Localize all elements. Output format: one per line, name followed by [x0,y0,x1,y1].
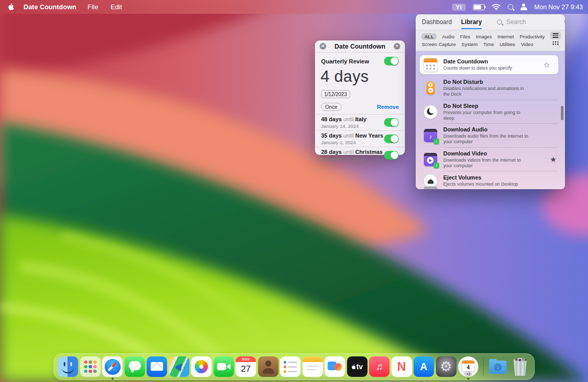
menu-bar: Date Countdown File Edit YI Mon Nov 27 9… [0,0,588,14]
add-countdown-icon[interactable]: + [394,43,400,50]
tool-item-do-not-sleep[interactable]: Do Not Sleep Prevents your computer from… [416,100,565,124]
dock-item-launchpad[interactable] [80,356,100,377]
countdown-badge: +3 [465,372,472,376]
dock-item-date-countdown[interactable]: 4 +3 [458,356,479,377]
dock: NOV 27 tv ♫ N A ⚙ 4 +3 ↓ [54,353,535,380]
moon-icon [424,105,437,119]
dock-item-reminders[interactable] [280,356,301,377]
dock-item-freeform[interactable] [325,356,345,377]
dock-item-apple-tv[interactable]: tv [347,356,367,377]
calendar-month-label: NOV [236,356,256,362]
tool-item-date-countdown[interactable]: Date Countdown Counts down to dates you … [420,55,558,74]
dock-item-maps[interactable] [169,356,189,377]
grid-view-button[interactable] [552,41,559,45]
news-logo-icon: N [397,359,406,373]
star-filled-icon[interactable]: ★ [549,155,558,164]
user-switching-icon[interactable] [521,4,527,10]
filter-all[interactable]: ALL [422,34,436,39]
tool-desc: Prevents your computer from going to sle… [443,110,530,122]
row-name: Christmas [355,149,383,155]
remove-link[interactable]: Remove [377,104,399,110]
countdown-toggle[interactable] [384,57,399,65]
tool-desc: Downloads videos from the Internet to yo… [443,158,530,169]
play-icon: ▶ [427,157,434,164]
dock-item-app-store[interactable]: A [414,356,434,377]
tool-item-download-audio[interactable]: ♪ ↓ Download Audio Downloads audio files… [416,124,565,148]
tab-dashboard[interactable]: Dashboard [422,15,452,29]
app-store-logo-icon: A [420,361,427,372]
tool-title: Eject Volumes [443,174,558,181]
apple-logo-icon [351,364,356,370]
dock-item-calendar[interactable]: NOV 27 [236,356,256,377]
dock-item-system-settings[interactable]: ⚙ [436,356,456,377]
filter-system[interactable]: System [462,41,478,47]
gear-icon[interactable]: ⚙ [563,18,565,26]
menubar-clock[interactable]: Mon Nov 27 9:43 [534,4,583,11]
parallels-toolbox-menubar-icon[interactable]: YI [452,4,465,11]
active-app-name[interactable]: Date Countdown [24,3,76,11]
row-until: until [343,132,353,139]
download-video-icon: ▶ ↓ [424,153,437,166]
menu-edit[interactable]: Edit [110,3,122,11]
filter-files[interactable]: Files [460,34,470,39]
countdown-row[interactable]: 28 days until Christmas December 25, 202… [315,147,405,163]
dock-item-messages[interactable] [124,356,145,377]
tool-item-download-video[interactable]: ▶ ↓ Download Video Downloads videos from… [416,148,565,172]
date-countdown-icon [424,58,437,72]
dock-item-downloads[interactable]: ↓ [488,356,508,377]
tab-library[interactable]: Library [461,15,482,29]
row-date: January 14, 2024 [321,123,367,129]
row-days: 48 days [321,116,342,122]
search-field[interactable] [497,18,563,26]
filter-internet[interactable]: Internet [497,34,514,39]
tool-title: Date Countdown [443,58,542,64]
dock-item-facetime[interactable] [213,356,234,377]
star-outline-icon[interactable]: ☆ [542,60,551,70]
tool-item-eject-volumes[interactable]: ⏏ Eject Volumes Ejects volumes mounted o… [416,171,565,189]
dock-item-music[interactable]: ♫ [369,356,390,377]
filter-images[interactable]: Images [476,34,492,39]
tool-item-do-not-disturb[interactable]: Do Not Disturb Disables notifications an… [416,76,565,100]
wifi-icon[interactable] [492,4,501,10]
row-name: Italy [355,116,367,122]
filter-time[interactable]: Time [483,41,494,47]
download-arrow-icon: ↓ [494,364,502,371]
date-field[interactable]: 1/12/2023 [321,90,350,98]
battery-icon[interactable] [473,4,485,10]
tool-title: Do Not Disturb [443,79,558,85]
dock-item-notes[interactable] [302,356,323,377]
countdown-value: 4 days [321,68,399,86]
countdown-name: Quarterly Review [321,58,369,64]
countdown-toggle[interactable] [384,151,399,160]
dock-item-photos[interactable] [191,356,212,377]
close-icon[interactable]: ✕ [320,43,326,50]
filter-audio[interactable]: Audio [442,34,454,39]
menu-file[interactable]: File [87,3,98,11]
dock-item-safari[interactable] [102,356,123,377]
filter-utilities[interactable]: Utilities [500,41,515,47]
list-view-button[interactable] [551,32,560,39]
filter-productivity[interactable]: Productivity [519,34,545,39]
countdown-row[interactable]: 48 days until Italy January 14, 2024 [315,115,405,131]
dock-item-mail[interactable] [147,356,167,377]
filter-video[interactable]: Video [521,41,533,47]
countdown-toggle[interactable] [384,118,399,127]
countdown-row[interactable]: 35 days until New Years January 1, 2024 [315,131,405,147]
calendar-day-label: 27 [236,363,256,377]
countdown-toggle[interactable] [384,134,399,143]
dock-item-finder[interactable] [58,356,78,377]
dock-divider [483,357,483,376]
tv-label: tv [356,363,363,371]
scrollbar-thumb[interactable] [561,106,563,120]
spotlight-search-icon[interactable] [508,4,513,10]
search-input[interactable] [505,18,563,26]
dock-item-trash[interactable] [510,356,530,377]
apple-menu-icon[interactable] [7,3,14,11]
download-audio-icon: ♪ ↓ [424,129,437,142]
repeat-button[interactable]: Once [321,103,342,111]
dock-item-contacts[interactable] [258,356,278,377]
dock-item-news[interactable]: N [391,356,412,377]
filter-screen-capture[interactable]: Screen Capture [422,41,456,47]
running-indicator [467,378,469,380]
tool-list: Date Countdown Counts down to dates you … [416,51,565,189]
